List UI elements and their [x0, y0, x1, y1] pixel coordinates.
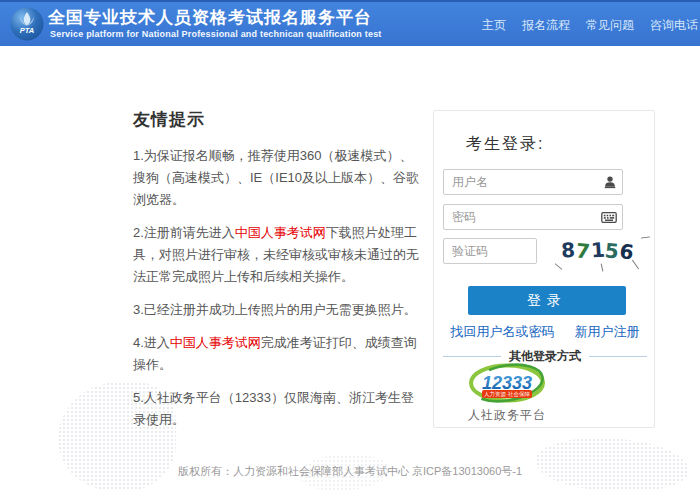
captcha-field-wrap: [443, 238, 537, 264]
svg-text:人力资源·社会保障: 人力资源·社会保障: [484, 391, 530, 397]
notice-item-5: 5.人社政务平台（12333）仅限海南、浙江考生登录使用。: [133, 387, 425, 431]
password-input[interactable]: [443, 204, 623, 230]
password-field-wrap: [443, 204, 623, 230]
site-title: 全国专业技术人员资格考试报名服务平台: [48, 6, 372, 29]
notice-text: 1.为保证报名顺畅，推荐使用360（极速模式）、搜狗（高速模式）、IE（IE10…: [133, 148, 419, 207]
notice-item-4: 4.进入中国人事考试网完成准考证打印、成绩查询操作。: [133, 332, 425, 376]
notice-text: 3.已经注册并成功上传照片的用户无需更换照片。: [133, 302, 417, 317]
captcha-noise: [555, 263, 563, 270]
notice-item-1: 1.为保证报名顺畅，推荐使用360（极速模式）、搜狗（高速模式）、IE（IE10…: [133, 145, 425, 211]
captcha-digit: 7: [574, 238, 591, 263]
cpta-link[interactable]: 中国人事考试网: [170, 335, 261, 350]
captcha-noise: [641, 236, 650, 238]
notice-section: 友情提示 1.为保证报名顺畅，推荐使用360（极速模式）、搜狗（高速模式）、IE…: [133, 108, 425, 442]
divider-line: [589, 356, 647, 357]
pta-logo-icon: PTA: [10, 7, 44, 41]
page: PTA 全国专业技术人员资格考试报名服务平台 Service platform …: [0, 0, 700, 491]
nav-faq[interactable]: 常见问题: [586, 17, 634, 34]
login-heading: 考生登录:: [466, 134, 544, 155]
12333-caption: 人社政务平台: [468, 407, 546, 424]
site-logo[interactable]: PTA: [10, 7, 44, 41]
login-panel: 考生登录:: [433, 110, 655, 428]
captcha-noise: [632, 260, 639, 270]
12333-logo-icon: 12333 人力资源·社会保障: [467, 363, 547, 407]
register-link[interactable]: 新用户注册: [575, 323, 640, 341]
captcha-noise: [601, 263, 604, 271]
svg-text:PTA: PTA: [20, 26, 34, 35]
footer-copyright: 版权所有：人力资源和社会保障部人事考试中心 京ICP备13013060号-1: [0, 464, 700, 479]
notice-heading: 友情提示: [133, 108, 425, 131]
cpta-link[interactable]: 中国人事考试网: [235, 225, 326, 240]
username-field-wrap: [443, 169, 623, 195]
notice-item-3: 3.已经注册并成功上传照片的用户无需更换照片。: [133, 299, 425, 321]
header-nav: 主页 报名流程 常见问题 咨询电话: [482, 2, 698, 48]
header: PTA 全国专业技术人员资格考试报名服务平台 Service platform …: [0, 0, 700, 46]
12333-login-button[interactable]: 12333 人力资源·社会保障: [467, 363, 547, 411]
captcha-digit: 8: [560, 238, 576, 263]
login-button[interactable]: 登录: [468, 286, 626, 315]
captcha-image[interactable]: 87156: [546, 234, 650, 266]
divider-line: [443, 356, 501, 357]
nav-phone[interactable]: 咨询电话: [650, 17, 698, 34]
login-links: 找回用户名或密码 新用户注册: [443, 323, 647, 341]
site-subtitle: Service platform for National Profession…: [50, 29, 382, 39]
notice-item-2: 2.注册前请先进入中国人事考试网下载照片处理工具，对照片进行审核，未经审核或审核…: [133, 222, 425, 288]
notice-text: 2.注册前请先进入: [133, 225, 235, 240]
nav-process[interactable]: 报名流程: [522, 17, 570, 34]
notice-text: 4.进入: [133, 335, 170, 350]
notice-text: 5.人社政务平台（12333）仅限海南、浙江考生登录使用。: [133, 390, 414, 427]
forgot-credentials-link[interactable]: 找回用户名或密码: [451, 323, 555, 341]
nav-home[interactable]: 主页: [482, 17, 506, 34]
username-input[interactable]: [443, 169, 623, 195]
captcha-input[interactable]: [443, 238, 537, 264]
